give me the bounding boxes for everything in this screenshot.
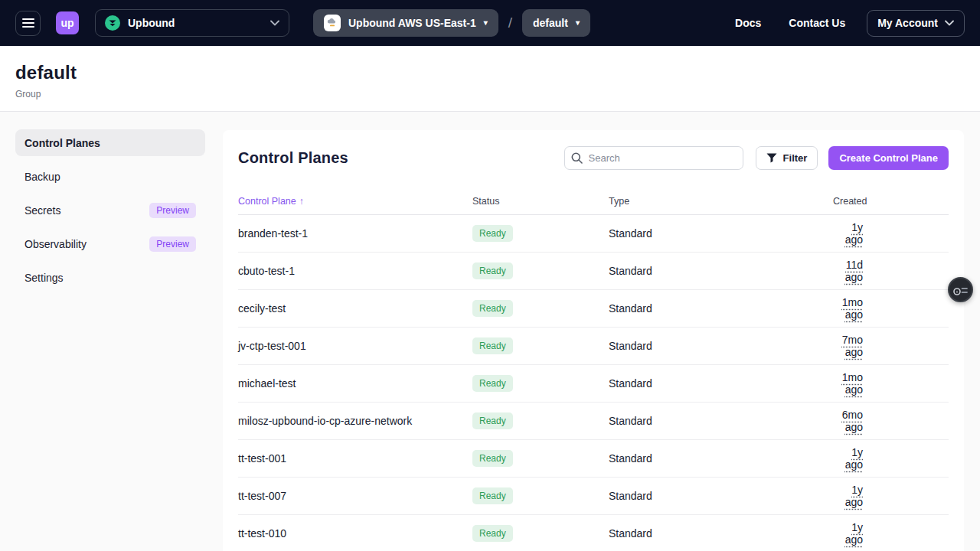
- upbound-up-logo[interactable]: up: [56, 11, 79, 34]
- column-header-created[interactable]: Created: [833, 196, 952, 207]
- space-cloud-icon: [324, 15, 341, 31]
- table-body: branden-test-1 Ready Standard 1y ago cbu…: [238, 215, 949, 551]
- status-badge: Ready: [472, 412, 513, 429]
- sidebar-item-settings[interactable]: Settings: [15, 264, 205, 291]
- status-badge: Ready: [472, 225, 513, 242]
- column-header-status[interactable]: Status: [472, 196, 609, 207]
- sidebar-item-backup[interactable]: Backup: [15, 163, 205, 190]
- sidebar-item-label: Secrets: [24, 204, 60, 217]
- column-header-control-plane[interactable]: Control Plane↑: [238, 196, 472, 207]
- contact-us-link[interactable]: Contact Us: [789, 17, 845, 29]
- type-cell: Standard: [609, 415, 833, 427]
- table-row[interactable]: cbuto-test-1 Ready Standard 11d ago: [238, 253, 949, 290]
- control-plane-name[interactable]: jv-ctp-test-001: [238, 340, 472, 352]
- navbar-links: Docs Contact Us My Account: [707, 10, 965, 37]
- create-control-plane-button[interactable]: Create Control Plane: [828, 146, 949, 170]
- org-selector[interactable]: Upbound: [95, 9, 289, 37]
- top-navbar: up Upbound Upbound AWS US-East-1 ▾ / def…: [0, 0, 980, 46]
- status-badge: Ready: [472, 262, 513, 279]
- type-cell: Standard: [609, 227, 833, 240]
- table-row[interactable]: cecily-test Ready Standard 1mo ago: [238, 290, 949, 328]
- chevron-down-icon: [270, 20, 279, 26]
- filter-icon: [766, 153, 777, 163]
- status-badge: Ready: [472, 337, 513, 354]
- created-time: 1mo ago: [842, 296, 863, 321]
- table-row[interactable]: milosz-upbound-io-cp-azure-network Ready…: [238, 403, 949, 440]
- control-plane-name[interactable]: cbuto-test-1: [238, 265, 472, 277]
- page-title: default: [15, 62, 965, 83]
- sidebar-item-secrets[interactable]: Secrets Preview: [15, 197, 205, 223]
- created-time: 1y ago: [845, 484, 863, 508]
- org-selector-label: Upbound: [128, 17, 263, 29]
- created-time: 1y ago: [845, 446, 863, 471]
- chevron-down-icon: [945, 20, 954, 26]
- sidebar-item-label: Control Planes: [24, 137, 100, 149]
- table-row[interactable]: jv-ctp-test-001 Ready Standard 7mo ago: [238, 328, 949, 365]
- sidebar-item-label: Observability: [24, 238, 87, 250]
- status-badge: Ready: [472, 487, 513, 504]
- filter-label: Filter: [783, 152, 808, 164]
- created-time: 11d ago: [845, 259, 863, 283]
- status-badge: Ready: [472, 525, 513, 542]
- space-selector-label: Upbound AWS US-East-1: [348, 17, 476, 29]
- sidebar: Control Planes Backup Secrets Preview Ob…: [15, 129, 205, 298]
- hamburger-icon: [22, 18, 34, 28]
- type-cell: Standard: [609, 340, 833, 352]
- my-account-button[interactable]: My Account: [867, 10, 965, 37]
- table-header: Control Plane↑StatusTypeCreated: [238, 187, 949, 215]
- space-selector[interactable]: Upbound AWS US-East-1 ▾: [313, 9, 498, 37]
- created-time: 1y ago: [845, 521, 863, 546]
- caret-down-icon: ▾: [484, 19, 488, 27]
- announcements-icon: [953, 284, 968, 296]
- type-cell: Standard: [609, 527, 833, 540]
- type-cell: Standard: [609, 490, 833, 502]
- column-header-type[interactable]: Type: [609, 196, 833, 207]
- page-header: default Group: [0, 46, 980, 112]
- announcements-widget-button[interactable]: [948, 277, 973, 302]
- my-account-label: My Account: [877, 17, 938, 29]
- control-plane-name[interactable]: cecily-test: [238, 302, 472, 315]
- sidebar-item-observability[interactable]: Observability Preview: [15, 230, 205, 257]
- control-plane-name[interactable]: milosz-upbound-io-cp-azure-network: [238, 415, 472, 427]
- created-time: 7mo ago: [842, 334, 863, 358]
- docs-link[interactable]: Docs: [735, 17, 761, 29]
- table-row[interactable]: branden-test-1 Ready Standard 1y ago: [238, 215, 949, 253]
- upbound-org-icon: [105, 15, 120, 31]
- table-row[interactable]: tt-test-007 Ready Standard 1y ago: [238, 478, 949, 515]
- sidebar-item-label: Backup: [24, 171, 60, 183]
- table-row[interactable]: tt-test-010 Ready Standard 1y ago: [238, 515, 949, 551]
- search-box: [564, 146, 743, 170]
- sidebar-item-label: Settings: [24, 272, 64, 284]
- panel-header: Control Planes Filter Create Control Pla…: [238, 145, 949, 170]
- table-row[interactable]: michael-test Ready Standard 1mo ago: [238, 365, 949, 403]
- logo-text: up: [60, 17, 74, 29]
- control-plane-name[interactable]: tt-test-010: [238, 527, 472, 540]
- control-plane-name[interactable]: tt-test-001: [238, 452, 472, 465]
- type-cell: Standard: [609, 377, 833, 390]
- control-plane-name[interactable]: tt-test-007: [238, 490, 472, 502]
- sidebar-item-control-planes[interactable]: Control Planes: [15, 129, 205, 156]
- menu-button[interactable]: [15, 11, 41, 36]
- status-badge: Ready: [472, 375, 513, 392]
- status-badge: Ready: [472, 450, 513, 467]
- control-planes-panel: Control Planes Filter Create Control Pla…: [223, 130, 964, 551]
- created-time: 6mo ago: [842, 409, 863, 433]
- sort-ascending-icon: ↑: [299, 196, 304, 207]
- panel-title: Control Planes: [238, 149, 348, 167]
- filter-button[interactable]: Filter: [756, 146, 818, 170]
- preview-badge: Preview: [149, 236, 196, 252]
- breadcrumb-separator: /: [508, 15, 512, 31]
- control-plane-name[interactable]: branden-test-1: [238, 227, 472, 240]
- type-cell: Standard: [609, 265, 833, 277]
- table-row[interactable]: tt-test-001 Ready Standard 1y ago: [238, 440, 949, 478]
- group-selector[interactable]: default ▾: [522, 9, 590, 37]
- group-selector-label: default: [533, 17, 568, 29]
- page-subtitle: Group: [15, 89, 965, 99]
- search-input[interactable]: [564, 146, 743, 170]
- preview-badge: Preview: [149, 203, 196, 218]
- type-cell: Standard: [609, 452, 833, 465]
- status-badge: Ready: [472, 300, 513, 317]
- created-time: 1y ago: [845, 221, 863, 246]
- type-cell: Standard: [609, 302, 833, 315]
- control-plane-name[interactable]: michael-test: [238, 377, 472, 390]
